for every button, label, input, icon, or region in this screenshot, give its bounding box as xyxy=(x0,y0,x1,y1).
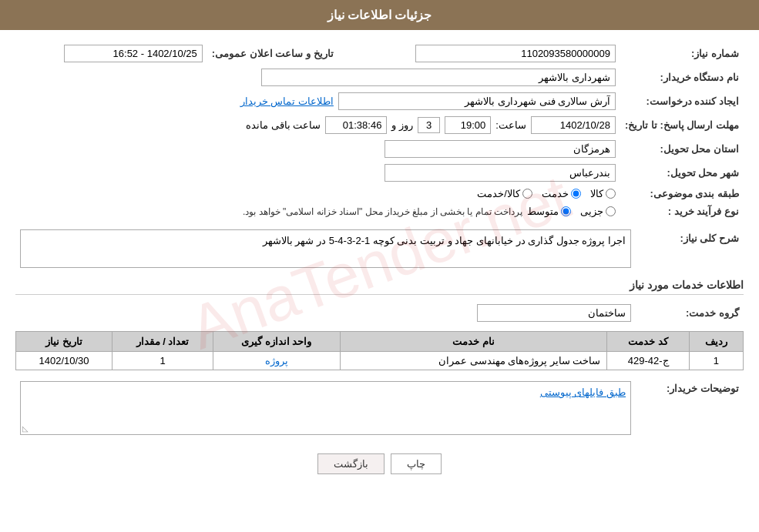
cell-service-code: ج-42-429 xyxy=(607,352,689,370)
need-desc-label: شرح کلی نیاز: xyxy=(636,226,744,271)
need-number-label: شماره نیاز: xyxy=(620,42,744,65)
buyer-org-value: شهرداری بالاشهر xyxy=(15,65,620,89)
cell-need-date: 1402/10/30 xyxy=(16,352,113,370)
category-radio-group: کالا خدمت کالا/خدمت xyxy=(20,188,616,199)
need-desc-table: شرح کلی نیاز: اجرا پروژه جدول گذاری در خ… xyxy=(15,226,744,271)
service-group-table: گروه خدمت: ساختمان xyxy=(15,301,744,325)
delivery-city-label: شهر محل تحویل: xyxy=(620,161,744,185)
services-section-title: اطلاعات خدمات مورد نیاز xyxy=(15,279,744,295)
purchase-radio-motavasset[interactable] xyxy=(561,206,571,216)
announce-date-input[interactable]: 1402/10/25 - 16:52 xyxy=(64,45,203,62)
purchase-option-motavasset[interactable]: متوسط xyxy=(527,206,571,217)
category-khedmat-label: خدمت xyxy=(542,188,569,199)
delivery-city-input[interactable]: بندرعباس xyxy=(385,164,616,182)
purchase-type-label: نوع فرآیند خرید : xyxy=(620,202,744,220)
col-row-num: ردیف xyxy=(689,332,743,352)
buyer-notes-table: توضیحات خریدار: طبق فایلهای پیوستی ◺ xyxy=(15,378,744,438)
creator-contact-link[interactable]: اطلاعات تماس خریدار xyxy=(240,95,334,107)
response-time-label: ساعت: xyxy=(495,119,526,131)
print-button[interactable]: چاپ xyxy=(391,453,442,474)
buyer-notes-link[interactable]: طبق فایلهای پیوستی xyxy=(540,386,626,398)
response-days-value: 3 xyxy=(418,117,440,133)
creator-label: ایجاد کننده درخواست: xyxy=(620,89,744,113)
category-option-khedmat[interactable]: خدمت xyxy=(542,188,581,199)
need-desc-input[interactable]: اجرا پروژه جدول گذاری در خیابانهای جهاد … xyxy=(20,229,631,268)
category-option-both[interactable]: کالا/خدمت xyxy=(477,188,532,199)
category-kala-label: کالا xyxy=(590,188,603,199)
table-row: 1ج-42-429ساخت سایر پروژه‌های مهندسی عمرا… xyxy=(16,352,744,370)
purchase-motavasset-label: متوسط xyxy=(527,206,559,217)
need-number-value: 1102093580000009 xyxy=(349,42,620,65)
cell-service-name: ساخت سایر پروژه‌های مهندسی عمران xyxy=(340,352,607,370)
category-option-kala[interactable]: کالا xyxy=(590,188,616,199)
buyer-notes-box[interactable]: طبق فایلهای پیوستی ◺ xyxy=(20,381,631,435)
category-both-label: کالا/خدمت xyxy=(477,188,520,199)
delivery-province-label: استان محل تحویل: xyxy=(620,137,744,161)
cell-unit: پروژه xyxy=(213,352,340,370)
category-radio-kala[interactable] xyxy=(606,189,616,199)
response-days-label: روز و xyxy=(391,119,413,131)
buyer-notes-label: توضیحات خریدار: xyxy=(636,378,744,438)
response-time-input[interactable]: 19:00 xyxy=(445,116,491,134)
purchase-desc: پرداخت تمام یا بخشی از مبلغ خریداز محل "… xyxy=(243,206,522,217)
services-data-table: ردیف کد خدمت نام خدمت واحد اندازه گیری ت… xyxy=(15,331,744,370)
page-title: جزئیات اطلاعات نیاز xyxy=(327,8,432,22)
response-remaining-input[interactable]: 01:38:46 xyxy=(325,116,387,134)
category-radio-both[interactable] xyxy=(522,189,532,199)
cell-row-num: 1 xyxy=(689,352,743,370)
creator-input[interactable]: آرش سالاری فنی شهرداری بالاشهر xyxy=(338,92,616,110)
info-table: شماره نیاز: 1102093580000009 تاریخ و ساع… xyxy=(15,42,744,220)
cell-quantity: 1 xyxy=(113,352,213,370)
col-service-code: کد خدمت xyxy=(607,332,689,352)
category-radio-khedmat[interactable] xyxy=(571,189,581,199)
service-group-input[interactable]: ساختمان xyxy=(477,304,631,322)
col-unit: واحد اندازه گیری xyxy=(213,332,340,352)
col-quantity: تعداد / مقدار xyxy=(113,332,213,352)
purchase-type-radio-group: جزیی متوسط xyxy=(527,206,616,217)
delivery-province-input[interactable]: هرمزگان xyxy=(385,140,616,158)
response-date-input[interactable]: 1402/10/28 xyxy=(531,116,616,134)
response-remaining-label: ساعت باقی مانده xyxy=(246,119,321,131)
col-service-name: نام خدمت xyxy=(340,332,607,352)
purchase-jozii-label: جزیی xyxy=(580,206,603,217)
category-label: طبقه بندی موضوعی: xyxy=(620,185,744,202)
footer-buttons: چاپ بازگشت xyxy=(15,444,744,483)
service-group-label: گروه خدمت: xyxy=(636,301,744,325)
col-need-date: تاریخ نیاز xyxy=(16,332,113,352)
need-number-input[interactable]: 1102093580000009 xyxy=(415,45,616,62)
announce-date-label: تاریخ و ساعت اعلان عمومی: xyxy=(207,42,349,65)
back-button[interactable]: بازگشت xyxy=(317,453,385,474)
buyer-org-label: نام دستگاه خریدار: xyxy=(620,65,744,89)
purchase-option-jozii[interactable]: جزیی xyxy=(580,206,616,217)
announce-date-value: 1402/10/25 - 16:52 xyxy=(15,42,207,65)
purchase-radio-jozii[interactable] xyxy=(606,206,616,216)
resize-icon: ◺ xyxy=(22,424,29,433)
page-header: جزئیات اطلاعات نیاز xyxy=(0,0,759,30)
response-deadline-label: مهلت ارسال پاسخ: تا تاریخ: xyxy=(620,113,744,137)
buyer-org-input[interactable]: شهرداری بالاشهر xyxy=(261,69,616,86)
